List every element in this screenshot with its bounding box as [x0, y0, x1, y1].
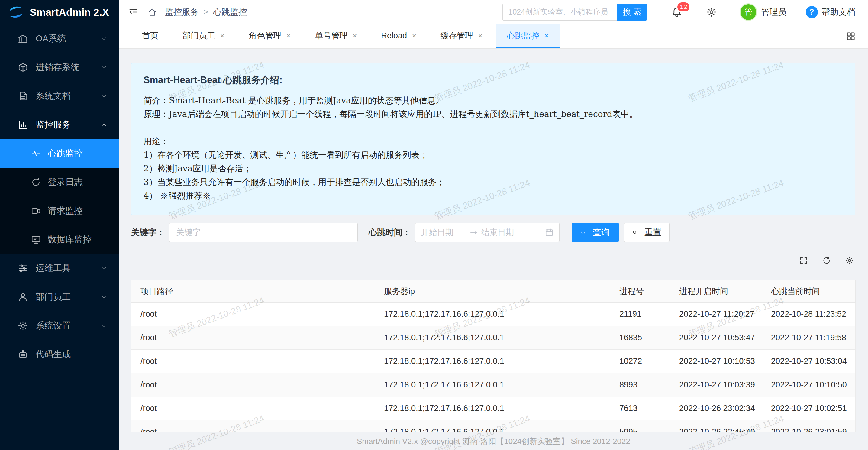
tools-icon — [18, 263, 28, 274]
start-date-input[interactable] — [421, 228, 466, 237]
chevron-down-icon — [100, 64, 107, 71]
footer: SmartAdmin V2.x @copyright 河南·洛阳【1024创新实… — [119, 432, 868, 450]
table-cell: /root — [131, 397, 375, 420]
tab-1[interactable]: 部门员工× — [172, 24, 235, 48]
refresh-icon — [581, 228, 589, 237]
tab-5[interactable]: 缓存管理× — [430, 24, 493, 48]
robot-icon — [18, 349, 28, 360]
table-settings-icon[interactable] — [845, 256, 854, 265]
camera-icon — [31, 206, 41, 216]
table-row: /root172.18.0.1;172.17.16.6;127.0.0.1761… — [131, 397, 856, 420]
table-cell: 21191 — [610, 302, 670, 326]
notification-badge: 12 — [677, 1, 690, 12]
table-refresh-icon[interactable] — [822, 256, 831, 265]
end-date-input[interactable] — [481, 228, 527, 237]
chevron-down-icon — [100, 35, 107, 42]
heartbeat-info-panel: Smart-Heart-Beat 心跳服务介绍: 简介：Smart-Heart-… — [131, 63, 855, 215]
table-row: /root172.18.0.1;172.17.16.6;127.0.0.1102… — [131, 350, 856, 373]
tab-0[interactable]: 首页 — [131, 24, 169, 48]
table-cell: 8993 — [610, 373, 670, 397]
table-cell: /root — [131, 326, 375, 350]
calendar-icon — [545, 228, 554, 237]
query-button[interactable]: 查询 — [571, 223, 619, 242]
chevron-down-icon — [100, 294, 107, 301]
notifications-bell[interactable]: 12 — [671, 6, 682, 18]
user-name[interactable]: 管理员 — [761, 6, 786, 18]
date-range-picker[interactable] — [415, 223, 560, 242]
tab-close-icon[interactable]: × — [286, 31, 291, 40]
tab-label: 心跳监控 — [507, 30, 539, 41]
sidebar-item-3[interactable]: 监控服务 — [0, 110, 119, 139]
table-cell: 2022-10-27 10:10:53 — [670, 350, 762, 373]
sidebar-item-1[interactable]: 进销存系统 — [0, 53, 119, 82]
sidebar-item-4[interactable]: 运维工具 — [0, 254, 119, 282]
tab-label: 角色管理 — [249, 30, 281, 41]
tab-close-icon[interactable]: × — [220, 31, 224, 40]
avatar[interactable]: 管 — [741, 4, 756, 20]
submenu-item-3-0[interactable]: 心跳监控 — [0, 139, 119, 168]
tab-3[interactable]: 单号管理× — [304, 24, 368, 48]
tab-label: 缓存管理 — [440, 30, 473, 41]
tab-label: 首页 — [142, 30, 158, 41]
filter-row: 关键字： 心跳时间： 查询 重置 — [131, 223, 855, 242]
home-icon[interactable] — [148, 7, 157, 17]
header-right: 搜 索 12 管 管理员 ? 帮助文档 — [502, 4, 855, 21]
submenu-item-3-1[interactable]: 登录日志 — [0, 168, 119, 197]
sidebar-item-7[interactable]: 代码生成 — [0, 340, 119, 369]
top-header: 监控服务 > 心跳监控 搜 索 12 管 管理员 ? 帮助文档 — [119, 0, 868, 24]
column-header: 进程号 — [610, 280, 670, 302]
info-line: 4） ※强烈推荐※ — [144, 189, 843, 203]
table-cell: 172.18.0.1;172.17.16.6;127.0.0.1 — [375, 397, 610, 420]
table-header-row: 项目路径服务器ip进程号进程开启时间心跳当前时间 — [131, 280, 856, 302]
column-header: 项目路径 — [131, 280, 375, 302]
sidebar-item-5[interactable]: 部门员工 — [0, 282, 119, 311]
team-icon — [18, 292, 28, 302]
tab-2[interactable]: 角色管理× — [238, 24, 302, 48]
sidebar-item-label: 代码生成 — [36, 349, 71, 361]
submenu-item-3-3[interactable]: 数据库监控 — [0, 225, 119, 254]
tab-layout-grid-icon[interactable] — [846, 31, 856, 41]
table-cell: 172.18.0.1;172.17.16.6;127.0.0.1 — [375, 373, 610, 397]
sidebar: SmartAdmin 2.X OA系统进销存系统系统文档监控服务心跳监控登录日志… — [0, 0, 119, 450]
table-cell: 172.18.0.1;172.17.16.6;127.0.0.1 — [375, 302, 610, 326]
chevron-down-icon — [100, 322, 107, 329]
header-gear-icon[interactable] — [706, 7, 717, 18]
app-title: SmartAdmin 2.X — [30, 6, 109, 18]
menu-fold-icon[interactable] — [128, 7, 138, 17]
submenu-item-3-2[interactable]: 请求监控 — [0, 197, 119, 225]
doc-icon — [18, 91, 28, 101]
tab-close-icon[interactable]: × — [478, 31, 483, 40]
heartbeat-table: 项目路径服务器ip进程号进程开启时间心跳当前时间 /root172.18.0.1… — [131, 280, 856, 444]
app-logo: SmartAdmin 2.X — [0, 0, 119, 24]
heartbeat-time-label: 心跳时间： — [369, 227, 411, 238]
page: SmartAdmin 2.X OA系统进销存系统系统文档监控服务心跳监控登录日志… — [0, 0, 868, 450]
chevron-down-icon — [100, 92, 107, 100]
tab-4[interactable]: Reload× — [370, 24, 428, 48]
search-button[interactable]: 搜 索 — [617, 4, 647, 21]
submenu-item-label: 请求监控 — [48, 205, 83, 217]
tab-label: 部门员工 — [183, 30, 215, 41]
sidebar-item-2[interactable]: 系统文档 — [0, 82, 119, 110]
info-panel-title: Smart-Heart-Beat 心跳服务介绍: — [144, 74, 843, 86]
database-icon — [31, 235, 41, 245]
keyword-input[interactable] — [169, 223, 358, 242]
sidebar-item-label: 进销存系统 — [36, 61, 80, 73]
table-toolbar — [131, 256, 854, 265]
tab-close-icon[interactable]: × — [545, 31, 549, 40]
table-cell: 2022-10-28 11:23:52 — [762, 302, 856, 326]
global-search: 搜 索 — [502, 4, 647, 21]
sidebar-item-6[interactable]: 系统设置 — [0, 311, 119, 340]
table-cell: 16835 — [610, 326, 670, 350]
help-docs-link[interactable]: ? 帮助文档 — [806, 6, 855, 18]
tab-6[interactable]: 心跳监控× — [496, 24, 560, 48]
fullscreen-icon[interactable] — [799, 256, 808, 265]
search-input[interactable] — [502, 4, 617, 21]
chevron-up-icon — [100, 121, 107, 128]
sidebar-item-0[interactable]: OA系统 — [0, 24, 119, 53]
table-cell: 2022-10-27 10:03:39 — [670, 373, 762, 397]
reset-button[interactable]: 重置 — [624, 223, 670, 242]
breadcrumb-item[interactable]: 监控服务 — [165, 6, 199, 18]
info-line: 原理：Java后端会在项目启动的时候开启一个线程，每隔一段时间将该应用的IP、进… — [144, 107, 843, 121]
tab-close-icon[interactable]: × — [352, 31, 357, 40]
tab-close-icon[interactable]: × — [412, 31, 416, 40]
